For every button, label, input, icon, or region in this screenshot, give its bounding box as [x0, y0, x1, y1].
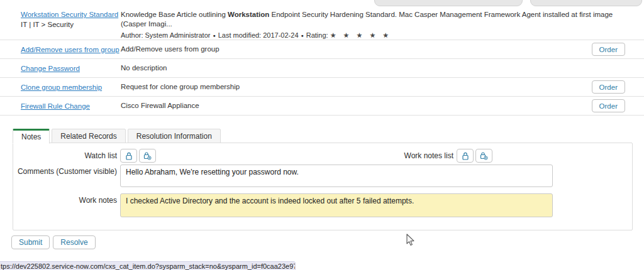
- work-notes-input[interactable]: I checked Active Directory and the accou…: [120, 193, 553, 217]
- status-bar-url-tooltip: tps://dev225802.service-now.com/cxs_cat_…: [0, 261, 296, 270]
- notes-tab-panel: Watch list Work notes list Comm: [13, 143, 633, 230]
- rating-stars-icon: ★ ★ ★ ★ ★: [330, 31, 392, 39]
- catalog-item-description: Add/Remove users from group: [121, 45, 592, 54]
- work-notes-list-label: Work notes list: [340, 149, 457, 163]
- comments-row: Comments (Customer visible) Hello Abraha…: [13, 165, 632, 174]
- add-user-icon: [143, 152, 152, 160]
- catalog-item-description: No description: [121, 63, 590, 73]
- kb-article-link[interactable]: Workstation Security Standard: [21, 11, 118, 18]
- catalog-item-link-firewall-rule-change[interactable]: Firewall Rule Change: [21, 102, 90, 110]
- kb-article-description: Knowledge Base Article outlining Worksta…: [121, 10, 639, 29]
- meta-separator-dot: ●: [213, 33, 215, 38]
- tab-related-records[interactable]: Related Records: [52, 129, 125, 143]
- kb-article-desc-cell: Knowledge Base Article outlining Worksta…: [121, 10, 644, 40]
- footer-actions: Submit Resolve: [11, 235, 96, 249]
- lock-icon: [125, 152, 133, 160]
- watch-list-buttons: [120, 149, 158, 163]
- kb-article-meta: Author: System Administrator●Last modifi…: [121, 31, 639, 40]
- watch-list-lock-button[interactable]: [120, 149, 137, 163]
- catalog-item-row: Add/Remove users from group Add/Remove u…: [0, 40, 644, 59]
- order-button[interactable]: Order: [592, 43, 625, 56]
- catalog-result-list: Workstation Security Standard IT | IT > …: [0, 5, 644, 116]
- catalog-item-description: Cisco Firewall Appliance: [121, 101, 592, 111]
- kb-article-row: Workstation Security Standard IT | IT > …: [0, 5, 644, 40]
- comments-label: Comments (Customer visible): [13, 167, 117, 176]
- watch-list-add-me-button[interactable]: [139, 149, 156, 163]
- watch-list-label: Watch list: [13, 149, 117, 163]
- catalog-item-link-change-password[interactable]: Change Password: [21, 65, 80, 72]
- kb-article-category: IT | IT > Security: [21, 21, 121, 28]
- tab-notes[interactable]: Notes: [13, 129, 50, 144]
- kb-last-modified: Last modified: 2017-02-24: [218, 31, 299, 39]
- catalog-item-row: Clone group membership Request for clone…: [0, 78, 644, 97]
- work-notes-list-lock-button[interactable]: [457, 149, 474, 163]
- meta-separator-dot: ●: [301, 33, 304, 38]
- form-tab-bar: Notes Related Records Resolution Informa…: [13, 129, 223, 143]
- catalog-item-row: Change Password No description: [0, 59, 644, 78]
- catalog-item-description: Request for clone group membership: [121, 82, 592, 92]
- work-notes-row: Work notes I checked Active Directory an…: [13, 193, 632, 203]
- service-catalog-screen: Workstation Security Standard IT | IT > …: [0, 0, 644, 270]
- work-notes-label: Work notes: [13, 196, 117, 205]
- resolve-button[interactable]: Resolve: [53, 235, 95, 249]
- work-notes-list-add-me-button[interactable]: [475, 149, 492, 163]
- order-button[interactable]: Order: [592, 99, 625, 112]
- submit-button[interactable]: Submit: [11, 235, 50, 249]
- catalog-item-link-add-remove-users[interactable]: Add/Remove users from group: [21, 46, 119, 53]
- catalog-item-row: Firewall Rule Change Cisco Firewall Appl…: [0, 97, 644, 116]
- tab-resolution-information[interactable]: Resolution Information: [128, 129, 221, 143]
- watch-list-row: Watch list Work notes list: [13, 149, 632, 163]
- lock-icon: [462, 152, 469, 160]
- kb-author: Author: System Administrator: [121, 31, 210, 39]
- mouse-cursor-icon: [406, 234, 416, 249]
- add-user-icon: [480, 152, 488, 160]
- work-notes-list-group: Work notes list: [340, 149, 504, 163]
- catalog-item-link-clone-group-membership[interactable]: Clone group membership: [21, 84, 102, 91]
- order-button[interactable]: Order: [592, 80, 625, 94]
- comments-input[interactable]: Hello Abraham, We're resetting your pass…: [120, 165, 553, 187]
- kb-rating-label: Rating:: [306, 31, 328, 39]
- kb-article-title-cell: Workstation Security Standard IT | IT > …: [0, 10, 121, 28]
